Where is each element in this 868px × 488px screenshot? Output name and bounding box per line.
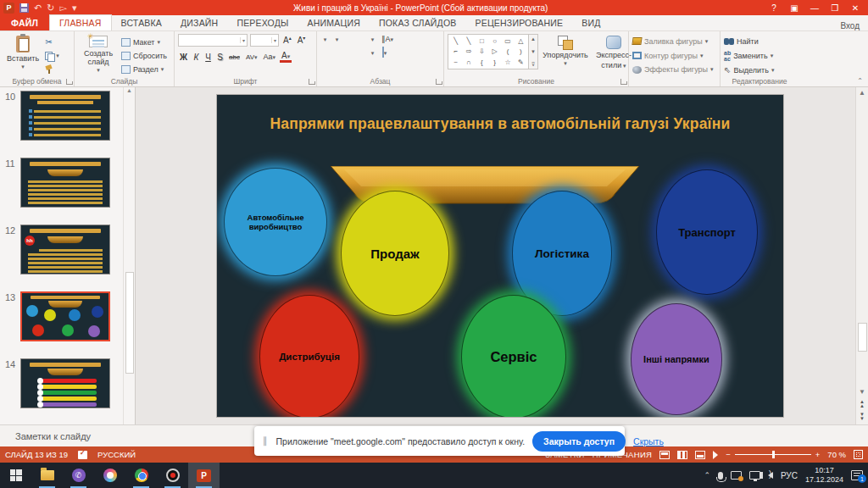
circle-automobile-production[interactable]: Автомобільне виробництво <box>224 168 327 276</box>
tab-home[interactable]: ГЛАВНАЯ <box>49 14 112 30</box>
font-size-combobox[interactable]: ▾ <box>250 34 279 47</box>
shape-effects-button[interactable]: Эффекты фигуры▾ <box>632 64 714 75</box>
scroll-up-icon[interactable]: ▲ <box>859 87 865 97</box>
bullets-button[interactable]: ▾ <box>320 34 330 43</box>
microphone-icon[interactable] <box>718 472 723 480</box>
slide-sorter-view-button[interactable] <box>677 451 687 459</box>
clock[interactable]: 10:17 17.12.2024 <box>805 466 843 485</box>
hide-link[interactable]: Скрыть <box>633 436 664 446</box>
text-shadow-button[interactable]: S <box>215 53 225 62</box>
stop-sharing-button[interactable]: Закрыть доступ <box>532 431 626 452</box>
start-button[interactable] <box>0 463 31 488</box>
tab-slideshow[interactable]: ПОКАЗ СЛАЙДОВ <box>370 15 466 30</box>
normal-view-button[interactable] <box>659 451 670 459</box>
thumbnail-slide-14[interactable]: 14 <box>0 358 123 408</box>
thumbnail-panel-scrollbar[interactable]: ▲ <box>123 87 135 424</box>
section-button[interactable]: Раздел▾ <box>121 64 167 75</box>
change-case-button[interactable]: Aa▾ <box>262 53 278 61</box>
circle-distribution[interactable]: Дистрибуція <box>259 295 359 418</box>
tab-design[interactable]: ДИЗАЙН <box>171 15 227 30</box>
fit-slide-to-window-button[interactable] <box>854 450 863 459</box>
thumbnail-slide-10[interactable]: 10 <box>0 91 123 141</box>
close-button[interactable]: ✕ <box>846 1 865 14</box>
zoom-slider[interactable] <box>735 454 811 455</box>
taskbar-screen-recorder[interactable] <box>157 463 188 488</box>
taskbar-colorful-app[interactable] <box>94 463 125 488</box>
taskbar-viber[interactable]: ✆ <box>63 463 94 488</box>
taskbar-powerpoint-active[interactable]: P <box>188 463 220 488</box>
select-button[interactable]: ⇖Выделить▾ <box>724 65 774 75</box>
scroll-up-icon[interactable]: ▲ <box>126 87 132 93</box>
restore-button[interactable]: ❒ <box>826 1 844 14</box>
taskbar-file-explorer[interactable] <box>31 463 63 488</box>
circle-sales[interactable]: Продаж <box>341 191 449 316</box>
sign-in-link[interactable]: Вход <box>840 21 868 30</box>
scrollbar-thumb[interactable] <box>858 323 867 352</box>
ribbon-display-options-button[interactable]: ▣ <box>785 1 804 14</box>
tab-animation[interactable]: АНИМАЦИЯ <box>298 15 370 30</box>
zoom-in-button[interactable]: + <box>815 450 821 459</box>
scrollbar-thumb[interactable] <box>125 272 134 374</box>
cut-button[interactable]: ✂ <box>45 36 59 47</box>
circle-service[interactable]: Сервіс <box>461 295 566 418</box>
editor-scrollbar[interactable]: ▲ ▼ ▲▲ ▼▼ <box>855 87 868 424</box>
slideshow-view-button[interactable] <box>713 451 718 459</box>
tab-view[interactable]: ВИД <box>572 15 609 30</box>
drag-handle-icon[interactable]: ∥ <box>263 435 269 446</box>
bold-button[interactable]: Ж <box>178 53 189 62</box>
shapes-gallery[interactable]: ╲╲□○▭△ ⌐⇨⇩▷() ~∩{}☆✎ <box>448 34 529 69</box>
slide-canvas[interactable]: Напрямки працевлаштування в автомобільні… <box>216 94 784 418</box>
underline-button[interactable]: Ч <box>203 53 213 62</box>
reset-button[interactable]: Сбросить <box>121 50 167 61</box>
shape-fill-button[interactable]: Заливка фигуры▾ <box>632 36 714 47</box>
hidden-icons-chevron[interactable]: ⌃ <box>704 471 710 480</box>
line-spacing-button[interactable]: ▾ <box>368 34 377 43</box>
find-button[interactable]: Найти <box>724 36 774 46</box>
drawing-dialog-launcher[interactable] <box>620 79 626 85</box>
font-color-button[interactable]: A▾ <box>280 51 292 63</box>
slide-editor-area[interactable]: Напрямки працевлаштування в автомобільні… <box>136 87 868 424</box>
shrink-font-button[interactable]: А▾ <box>296 35 308 45</box>
slide-title[interactable]: Напрямки працевлаштування в автомобільні… <box>234 115 766 133</box>
scroll-down-icon[interactable]: ▼ <box>859 388 865 396</box>
next-slide-button[interactable]: ▼▼ <box>860 413 865 421</box>
font-name-combobox[interactable]: ▾ <box>178 34 248 47</box>
redo-icon[interactable]: ↻ <box>47 3 54 13</box>
powerpoint-logo-icon[interactable]: P <box>3 3 14 14</box>
circle-other-directions[interactable]: Інші напрямки <box>631 303 722 415</box>
help-button[interactable]: ? <box>765 1 783 14</box>
thumbnail-slide-12[interactable]: 12 hh <box>0 225 123 274</box>
layout-button[interactable]: Макет▾ <box>121 36 167 47</box>
zoom-out-button[interactable]: − <box>726 450 731 459</box>
text-direction-button[interactable]: ∥A▾ <box>380 35 395 43</box>
save-icon[interactable] <box>19 3 29 13</box>
convert-smartart-button[interactable]: ▾ <box>380 47 389 57</box>
copy-button[interactable]: ▾ <box>45 50 59 61</box>
columns-button[interactable]: ▾ <box>368 47 377 57</box>
circle-transport[interactable]: Транспорт <box>656 169 758 295</box>
replace-button[interactable]: abacЗаменить▾ <box>724 50 774 61</box>
thumbnail-slide-11[interactable]: 11 <box>0 158 123 208</box>
numbering-button[interactable]: ▾ <box>332 34 342 43</box>
spell-check-icon[interactable] <box>78 451 87 459</box>
tab-review[interactable]: РЕЦЕНЗИРОВАНИЕ <box>466 15 573 30</box>
start-slideshow-icon[interactable]: ▻ <box>59 3 66 13</box>
grow-font-button[interactable]: А▴ <box>281 35 293 45</box>
taskbar-chrome[interactable] <box>125 463 157 488</box>
font-dialog-launcher[interactable] <box>309 79 314 85</box>
speaker-icon[interactable] <box>768 472 773 479</box>
keyboard-language[interactable]: РУС <box>781 471 798 480</box>
paragraph-dialog-launcher[interactable] <box>436 79 442 85</box>
character-spacing-button[interactable]: AV▾ <box>244 53 259 61</box>
thumbnail-slide-13-selected[interactable]: 13 <box>0 291 123 341</box>
clipboard-dialog-launcher[interactable] <box>66 79 72 85</box>
collapse-ribbon-button[interactable]: ⌃ <box>857 77 863 85</box>
format-painter-button[interactable] <box>45 64 59 75</box>
zoom-level[interactable]: 70 % <box>827 450 846 459</box>
reading-view-button[interactable] <box>695 451 705 459</box>
new-slide-button[interactable]: Создать слайд ▾ <box>78 34 119 75</box>
shapes-gallery-scroll[interactable]: ▲▼⊽ <box>529 34 538 69</box>
shape-outline-button[interactable]: Контур фигуры▾ <box>632 51 714 61</box>
previous-slide-button[interactable]: ▲▲ <box>860 400 865 408</box>
language-indicator[interactable]: РУССКИЙ <box>97 450 136 459</box>
